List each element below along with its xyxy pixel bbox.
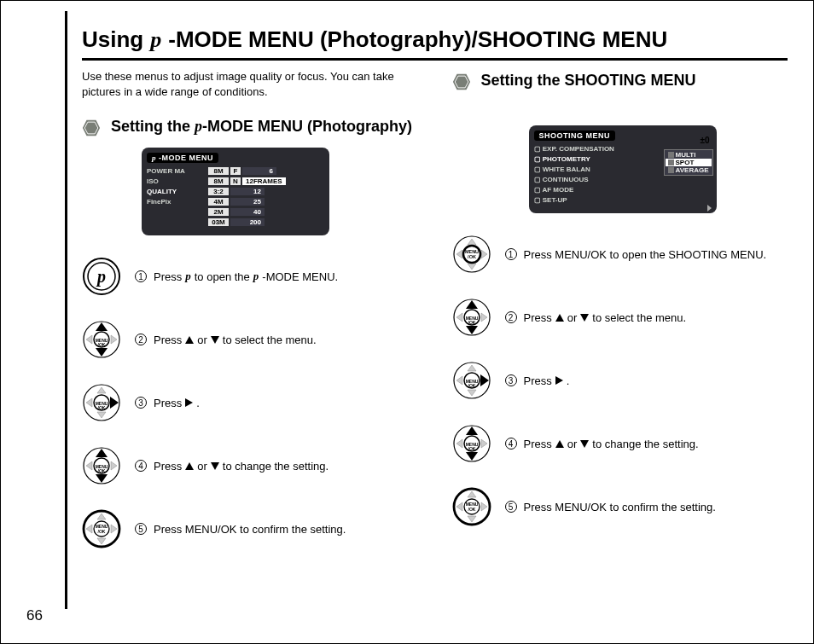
step-text: 5Press MENU/OK to confirm the setting. <box>135 523 346 536</box>
lcd-row-label: ▢ SET-UP <box>534 196 637 204</box>
page-title-row: Using p -MODE MENU (Photography)/SHOOTIN… <box>82 26 788 61</box>
popup-option: SPOT <box>666 159 712 166</box>
up-arrow-icon <box>555 440 564 448</box>
step-dial: MENU/OK <box>452 424 491 463</box>
lcd-row: ▢ SET-UP <box>534 194 712 205</box>
left-section-heading-row: Setting the p-MODE MENU (Photography) <box>82 117 418 137</box>
svg-marker-1 <box>84 123 98 135</box>
exposure-value: ±0 <box>700 136 709 145</box>
step-number-icon: 4 <box>135 460 147 472</box>
step-dial: MENU/OK <box>82 383 121 422</box>
lcd-frames-value: 200 <box>230 218 265 226</box>
step-text: 5Press MENU/OK to confirm the setting. <box>505 501 716 513</box>
step-row: MENU/OK4Press or to change the setting. <box>452 424 788 463</box>
lcd-frames-value: 6 <box>242 167 276 175</box>
lcd-frames-value: 25 <box>230 198 265 206</box>
lcd-size-badge: 8M <box>208 177 229 185</box>
step-number-icon: 2 <box>505 311 517 323</box>
step-dial: p <box>82 257 121 296</box>
lcd-row-label: ISO <box>147 177 206 185</box>
step-row: MENU/OK3Press . <box>452 361 788 400</box>
step-number-icon: 1 <box>505 248 517 260</box>
lcd-quality-badge: F <box>230 167 241 175</box>
step-text: 3Press . <box>505 374 570 387</box>
svg-text:p: p <box>96 267 106 287</box>
up-arrow-icon <box>555 314 564 322</box>
step-row: MENU/OK2Press or to select the menu. <box>82 320 418 359</box>
svg-text:/OK: /OK <box>468 254 476 259</box>
lcd-row: FinePix4M25 <box>147 196 324 206</box>
right-arrow-icon <box>185 398 193 407</box>
page-number: 66 <box>26 607 43 624</box>
step-text: 1Press p to open the p-MODE MENU. <box>135 270 338 283</box>
left-heading-suffix: -MODE MENU (Photography) <box>202 118 412 135</box>
down-arrow-icon <box>211 462 219 470</box>
lcd-row-label: ▢ AF MODE <box>534 186 637 194</box>
step-row: MENU/OK1Press MENU/OK to open the SHOOTI… <box>452 235 788 274</box>
dial-ud-icon: MENU/OK <box>82 320 121 359</box>
left-steps: p1Press p to open the p-MODE MENU.MENU/O… <box>82 257 418 548</box>
step-row: MENU/OK5Press MENU/OK to confirm the set… <box>452 487 788 526</box>
step-number-icon: 1 <box>135 270 147 282</box>
lcd-row: ▢ AF MODE <box>534 184 712 194</box>
step-row: MENU/OK3Press . <box>82 383 418 422</box>
up-arrow-icon <box>185 336 194 344</box>
dial-ok-ring-icon: MENU/OK <box>452 487 491 526</box>
lcd-row-label: ▢ EXP. COMPENSATION <box>534 145 637 153</box>
lcd-row-label: POWER MA <box>147 167 206 175</box>
step-dial: MENU/OK <box>452 235 491 274</box>
lcd-title: SHOOTING MENU <box>534 131 616 141</box>
title-prefix: Using <box>82 26 143 53</box>
hexagon-bullet-icon <box>82 119 101 137</box>
down-arrow-icon <box>580 440 589 448</box>
step-dial: MENU/OK <box>452 298 491 337</box>
vertical-rule <box>65 11 67 609</box>
step-number-icon: 4 <box>505 438 517 450</box>
dial-ok-icon: MENU/OK <box>452 235 491 274</box>
lcd-row: 03M200 <box>147 217 324 227</box>
lcd-row: POWER MA8MF6 <box>147 165 324 176</box>
lcd-row-label: FinePix <box>147 198 206 206</box>
step-row: p1Press p to open the p-MODE MENU. <box>82 257 418 296</box>
step-dial: MENU/OK <box>82 509 121 548</box>
step-text: 4Press or to change the setting. <box>505 438 699 450</box>
dial-r-icon: MENU/OK <box>452 361 491 400</box>
lcd-frames-value: 40 <box>230 208 265 216</box>
step-number-icon: 5 <box>505 501 517 513</box>
f-mode-icon: p <box>150 27 161 53</box>
lcd-right-arrow-icon <box>707 205 712 212</box>
f-mode-icon: p <box>152 154 156 162</box>
lcd-quality-badge: N <box>230 177 241 185</box>
lcd-size-badge: 2M <box>208 208 229 216</box>
dial-ok-ring-icon: MENU/OK <box>82 509 121 548</box>
shooting-lcd: SHOOTING MENU ±0 ▢ EXP. COMPENSATION▢ PH… <box>529 125 717 213</box>
right-steps: MENU/OK1Press MENU/OK to open the SHOOTI… <box>452 235 788 526</box>
title-suffix: -MODE MENU (Photography)/SHOOTING MENU <box>168 26 667 53</box>
popup-option: AVERAGE <box>666 166 712 174</box>
step-dial: MENU/OK <box>82 446 121 485</box>
dial-ud-icon: MENU/OK <box>452 424 491 463</box>
lcd-row-label: ▢ WHITE BALAN <box>534 165 637 173</box>
step-row: MENU/OK4Press or to change the setting. <box>82 446 418 485</box>
lcd-row-label: ▢ CONTINUOUS <box>534 176 637 183</box>
lcd-row-label: QUALITY <box>147 188 206 195</box>
step-text: 4Press or to change the setting. <box>135 460 329 473</box>
f-mode-lcd: p -MODE MENU POWER MA8MF6ISO8MN12FRAMESQ… <box>142 148 329 235</box>
dial-r-icon: MENU/OK <box>82 383 121 422</box>
hexagon-bullet-icon <box>452 73 471 91</box>
left-heading-prefix: Setting the <box>111 118 195 135</box>
svg-text:/OK: /OK <box>468 507 475 512</box>
svg-marker-35 <box>455 77 468 89</box>
dial-ud-icon: MENU/OK <box>82 446 121 485</box>
right-heading: Setting the SHOOTING MENU <box>481 71 696 90</box>
step-text: 2Press or to select the menu. <box>505 311 687 324</box>
step-dial: MENU/OK <box>452 361 491 400</box>
lcd-size-badge: 8M <box>208 167 229 175</box>
photometry-popup: MULTISPOTAVERAGE <box>664 149 713 176</box>
lcd-row: 2M40 <box>147 206 324 217</box>
f-mode-icon: p <box>195 118 202 135</box>
intro-text: Use these menus to adjust image quality … <box>82 69 406 100</box>
f-mode-icon: p <box>253 270 259 283</box>
step-number-icon: 3 <box>135 397 147 409</box>
step-text: 3Press . <box>135 397 200 409</box>
